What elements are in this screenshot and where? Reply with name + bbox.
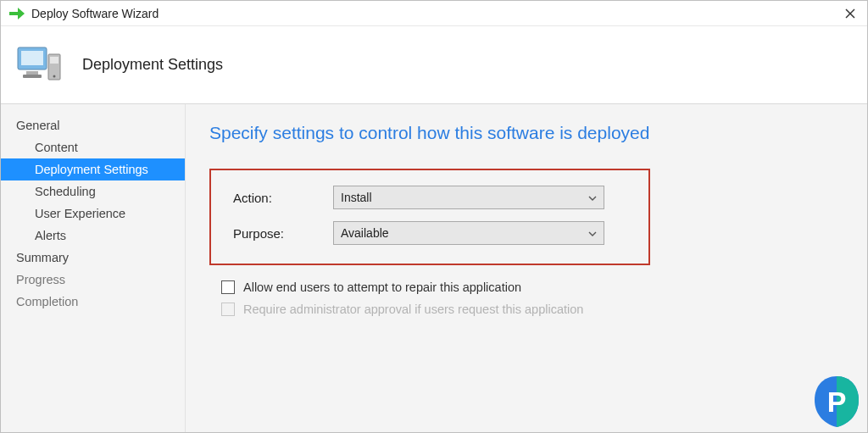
wizard-window: Deploy Software Wizard Deployment Settin… — [0, 0, 868, 433]
nav-deployment-settings[interactable]: Deployment Settings — [1, 158, 185, 180]
svg-rect-7 — [23, 75, 42, 78]
chevron-down-icon — [588, 228, 597, 238]
nav-label: General — [16, 119, 60, 132]
sidebar-nav: General Content Deployment Settings Sche… — [1, 104, 186, 432]
svg-text:P: P — [827, 386, 847, 418]
svg-rect-0 — [9, 12, 18, 15]
nav-label: User Experience — [35, 207, 125, 220]
action-value: Install — [341, 191, 588, 204]
arrow-right-icon — [9, 6, 25, 21]
nav-label: Completion — [16, 295, 78, 308]
nav-summary[interactable]: Summary — [1, 247, 185, 269]
nav-label: Summary — [16, 251, 69, 264]
nav-user-experience[interactable]: User Experience — [1, 203, 185, 225]
repair-checkbox-row: Allow end users to attempt to repair thi… — [209, 280, 843, 294]
main-panel: Specify settings to control how this sof… — [186, 104, 867, 432]
purpose-dropdown[interactable]: Available — [333, 221, 604, 245]
wizard-header: Deployment Settings — [1, 26, 867, 104]
watermark-logo-icon: P — [806, 371, 867, 432]
close-button[interactable] — [840, 3, 860, 24]
purpose-label: Purpose: — [233, 226, 333, 241]
repair-checkbox[interactable] — [221, 280, 235, 294]
svg-rect-6 — [26, 71, 38, 75]
nav-label: Alerts — [35, 229, 66, 242]
nav-label: Scheduling — [35, 185, 96, 198]
svg-rect-5 — [21, 51, 43, 65]
chevron-down-icon — [588, 192, 597, 203]
nav-label: Content — [35, 141, 78, 154]
action-dropdown[interactable]: Install — [333, 186, 604, 209]
action-label: Action: — [233, 191, 333, 205]
content-area: General Content Deployment Settings Sche… — [1, 104, 867, 432]
main-title: Specify settings to control how this sof… — [209, 123, 843, 143]
svg-point-10 — [53, 75, 56, 77]
window-title: Deploy Software Wizard — [31, 7, 840, 20]
svg-marker-1 — [18, 8, 25, 19]
deploy-icon — [16, 42, 64, 89]
nav-scheduling[interactable]: Scheduling — [1, 180, 185, 203]
approval-checkbox-row: Require administrator approval if users … — [209, 303, 843, 316]
approval-checkbox — [221, 303, 235, 316]
highlighted-settings-box: Action: Install Purpose: Available — [209, 169, 650, 265]
nav-alerts[interactable]: Alerts — [1, 225, 185, 247]
approval-checkbox-label: Require administrator approval if users … — [243, 303, 583, 316]
purpose-row: Purpose: Available — [233, 221, 626, 245]
purpose-value: Available — [341, 226, 588, 240]
nav-content[interactable]: Content — [1, 136, 185, 158]
action-row: Action: Install — [233, 186, 626, 209]
nav-progress[interactable]: Progress — [1, 269, 185, 291]
repair-checkbox-label: Allow end users to attempt to repair thi… — [243, 280, 521, 294]
page-heading: Deployment Settings — [82, 56, 223, 74]
nav-completion[interactable]: Completion — [1, 291, 185, 313]
titlebar: Deploy Software Wizard — [1, 1, 867, 26]
nav-label: Progress — [16, 273, 65, 286]
svg-rect-9 — [50, 57, 58, 64]
nav-general[interactable]: General — [1, 114, 185, 136]
nav-label: Deployment Settings — [35, 163, 148, 176]
